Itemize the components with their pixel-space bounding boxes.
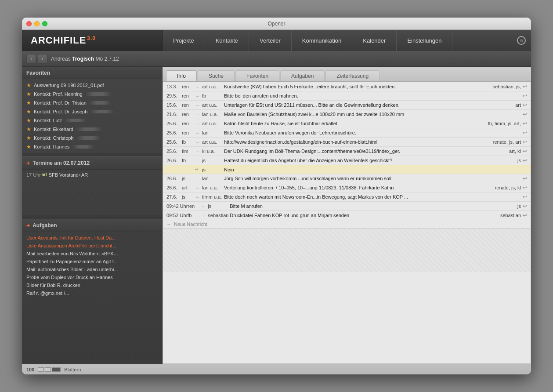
favorite-item[interactable]: ★ Auswertung 09-198 2012_01.pdf — [22, 81, 162, 90]
message-row[interactable]: 26.6. js → lan Jörg Sch will morgen vorb… — [163, 174, 531, 183]
traffic-lights — [26, 21, 47, 26]
plus-icon-tasks: + — [26, 222, 30, 229]
task-item[interactable]: Ralf r. @gmx.net /... — [22, 289, 162, 297]
main-content: ARCHIFILE3.0 Projekte Kontakte Verteiler… — [22, 30, 531, 374]
logo-area: ARCHIFILE3.0 — [22, 30, 163, 51]
nav-tab-einstellungen[interactable]: Einstellungen — [397, 30, 452, 51]
star-icon: ★ — [26, 144, 31, 150]
message-row[interactable]: 25.6. fb → art u.a. http://www.designeri… — [163, 138, 531, 147]
task-item[interactable]: Liste Anpassungen ArchiFile bei Einricht… — [22, 242, 162, 250]
tab-zeiterfassung[interactable]: Zeiterfassung — [325, 70, 380, 81]
nav-tab-projekte[interactable]: Projekte — [163, 30, 205, 51]
calendar-list: 17 Uhr art SFB Vorstand+AR — [22, 170, 162, 180]
favorites-header: Favoriten — [22, 67, 162, 79]
tab-favoriten[interactable]: Favoriten — [235, 70, 279, 81]
task-item[interactable]: Probe vom Duplex vor Druck an Hannes — [22, 273, 162, 281]
compose-area[interactable] — [163, 228, 531, 272]
status-icon-box-3 — [52, 367, 61, 372]
status-bar: 100 Blättern — [22, 364, 531, 374]
fullscreen-button[interactable] — [42, 21, 47, 26]
favorite-item[interactable]: ★ Kontakt: Prof. Dr. Joseph — [22, 107, 162, 116]
message-row[interactable]: 25.6. ren → art u.a. Katrin bleibt heute… — [163, 119, 531, 128]
star-icon: ★ — [26, 91, 31, 97]
nav-tab-kontakte[interactable]: Kontakte — [205, 30, 249, 51]
tab-suche[interactable]: Suche — [198, 70, 235, 81]
breadcrumb: Andreas Trogisch Mo 2.7.12 — [51, 56, 119, 62]
message-row[interactable]: 09:42 Uhr ren → js Bitte M anrufen js ↩ — [163, 202, 531, 211]
favorites-section: Favoriten ★ Auswertung 09-198 2012_01.pd… — [22, 67, 162, 153]
main-window: Opener ARCHIFILE3.0 Projekte Kontakte Ve… — [22, 18, 531, 374]
nav-tab-kommunikation[interactable]: Kommunikation — [292, 30, 353, 51]
sidebar: Favoriten ★ Auswertung 09-198 2012_01.pd… — [22, 67, 163, 364]
star-icon: ★ — [26, 82, 31, 88]
task-item[interactable]: Bilder für Bob R. drucken — [22, 281, 162, 289]
message-row[interactable]: 27.6. js → timm u.a. Bitte doch noch war… — [163, 192, 531, 202]
status-label: Blättern — [64, 367, 81, 372]
arrow-icon: → — [166, 221, 171, 227]
breadcrumb-bar: ‹ › Andreas Trogisch Mo 2.7.12 — [22, 51, 531, 67]
star-icon: ★ — [26, 126, 31, 132]
nav-tab-verteiler[interactable]: Verteiler — [249, 30, 292, 51]
message-row[interactable]: 25.6. tim → kl u.a. Der UDK-Rundgang im … — [163, 147, 531, 156]
zoom-level: 100 — [26, 367, 34, 372]
tab-info[interactable]: Info — [166, 70, 197, 81]
message-row[interactable]: 26.6. art → lan u.a. Verteilung kontroll… — [163, 183, 531, 192]
calendar-section: + Termine am 02.07.2012 17 Uhr art SFB V… — [22, 156, 162, 215]
logo-text: ARCHIFILE3.0 — [31, 35, 96, 46]
message-row[interactable]: 09:52 Uhr fb → sebastian Druckdatei Fahn… — [163, 211, 531, 220]
compass-icon[interactable]: ⊙ — [517, 36, 526, 45]
status-icon-box — [38, 367, 44, 372]
favorite-item[interactable]: ★ Kontakt: Hannes — [22, 142, 162, 151]
star-icon: ★ — [26, 117, 31, 123]
window-title: Opener — [267, 21, 285, 27]
status-icons — [38, 367, 61, 372]
star-icon: ★ — [26, 135, 31, 141]
minimize-button[interactable] — [34, 21, 40, 26]
breadcrumb-nav: ‹ › — [26, 54, 47, 64]
status-icon-box-2 — [45, 367, 51, 372]
calendar-header: + Termine am 02.07.2012 — [22, 156, 162, 170]
message-row[interactable]: 29.5. ren → fb Bitte bei den anrufen und… — [163, 91, 531, 101]
section-spacer — [22, 153, 162, 156]
favorite-item[interactable]: ★ Kontakt: Prof. Dr. Tristan — [22, 98, 162, 107]
titlebar: Opener — [22, 18, 531, 30]
task-item[interactable]: Mail bearbeiten von Nils Waldherr: «BPK-… — [22, 250, 162, 258]
message-row[interactable]: 26.6. fb → js Hattest du eigentlich das … — [163, 156, 531, 165]
message-row[interactable]: 25.6. ren → lan Bitte Veronika Neubauer … — [163, 128, 531, 138]
content-area: Favoriten ★ Auswertung 09-198 2012_01.pd… — [22, 67, 531, 364]
section-spacer-2 — [22, 215, 162, 219]
favorite-item[interactable]: ★ Kontakt: Lutz — [22, 116, 162, 125]
favorites-list: ★ Auswertung 09-198 2012_01.pdf ★ Kontak… — [22, 79, 162, 153]
close-button[interactable] — [26, 21, 32, 26]
tasks-section: + Aufgaben User Accounts, Init für Datei… — [22, 219, 162, 299]
message-row[interactable]: 15.6. ren → art u.a. Unterlagen für ESt … — [163, 101, 531, 110]
messages-area[interactable]: 13.3. ren → art u.a. Kunstwerke (KW) hab… — [163, 82, 531, 364]
nav-right: ⊙ — [512, 30, 531, 51]
star-icon: ★ — [26, 100, 31, 106]
nav-tabs: Projekte Kontakte Verteiler Kommunikatio… — [163, 30, 512, 51]
tasks-header: + Aufgaben — [22, 219, 162, 232]
calendar-item: 17 Uhr art SFB Vorstand+AR — [22, 171, 162, 178]
task-item[interactable]: User Accounts, Init für Dateien, Host Da… — [22, 234, 162, 242]
top-bar: ARCHIFILE3.0 Projekte Kontakte Verteiler… — [22, 30, 531, 51]
nav-tab-kalender[interactable]: Kalender — [352, 30, 397, 51]
message-row[interactable]: 21.6. ren → lan u.a. Maße von Bauteilen … — [163, 110, 531, 119]
star-icon: ★ — [26, 109, 31, 115]
panel-tabs: Info Suche Favoriten Aufgaben Zeiterfass… — [163, 67, 531, 82]
favorite-item[interactable]: ★ Kontakt: Ekkehard — [22, 125, 162, 134]
breadcrumb-next[interactable]: › — [38, 54, 47, 64]
tasks-list: User Accounts, Init für Dateien, Host Da… — [22, 232, 162, 299]
favorite-item[interactable]: ★ Kontakt: Christoph — [22, 134, 162, 142]
new-message-row[interactable]: → Neue Nachricht — [163, 220, 531, 228]
message-row[interactable]: 13.3. ren → art u.a. Kunstwerke (KW) hab… — [163, 82, 531, 91]
main-panel: Info Suche Favoriten Aufgaben Zeiterfass… — [163, 67, 531, 364]
favorite-item[interactable]: ★ Kontakt: Prof. Henning — [22, 90, 162, 98]
new-message-label: Neue Nachricht — [174, 221, 207, 227]
tab-aufgaben[interactable]: Aufgaben — [280, 70, 325, 81]
task-item[interactable]: Papstbrief zu Papageienzimmer an Agit f.… — [22, 258, 162, 265]
calendar-empty-space — [22, 180, 162, 215]
message-row[interactable]: ↵ js Nein — [163, 165, 531, 174]
task-item[interactable]: Mail: automatisches Bilder-Laden unterbi… — [22, 265, 162, 273]
breadcrumb-prev[interactable]: ‹ — [26, 54, 36, 64]
plus-icon: + — [26, 160, 30, 167]
